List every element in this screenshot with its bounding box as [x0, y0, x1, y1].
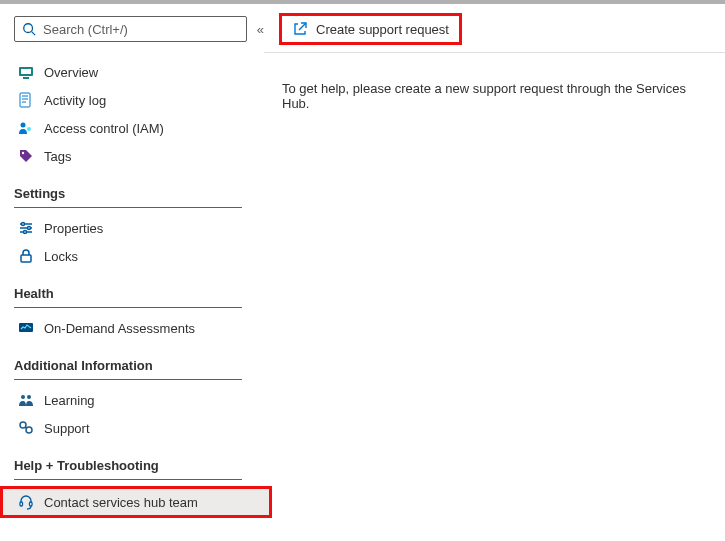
action-bar: Create support request	[264, 16, 725, 53]
overview-icon	[18, 64, 34, 80]
svg-rect-25	[20, 502, 23, 506]
search-input[interactable]	[43, 22, 240, 37]
svg-point-9	[21, 123, 26, 128]
search-icon	[21, 21, 37, 37]
nav-overview[interactable]: Overview	[14, 58, 264, 86]
action-label: Create support request	[316, 22, 449, 37]
nav-tags[interactable]: Tags	[14, 142, 264, 170]
main-layout: « Overview Activity log Access control (…	[0, 4, 725, 541]
nav-properties[interactable]: Properties	[14, 214, 264, 242]
learning-icon	[18, 392, 34, 408]
nav-label: Properties	[44, 221, 103, 236]
svg-rect-3	[21, 69, 31, 74]
nav-label: Activity log	[44, 93, 106, 108]
properties-icon	[18, 220, 34, 236]
svg-point-20	[21, 395, 25, 399]
nav-label: Locks	[44, 249, 78, 264]
svg-point-13	[22, 223, 25, 226]
nav-label: Learning	[44, 393, 95, 408]
support-icon	[18, 420, 34, 436]
assessments-icon	[18, 320, 34, 336]
svg-line-27	[299, 23, 306, 30]
svg-point-0	[24, 24, 33, 33]
section-header-settings: Settings	[14, 186, 242, 208]
nav-label: Tags	[44, 149, 71, 164]
nav-learning[interactable]: Learning	[14, 386, 264, 414]
collapse-sidebar-icon[interactable]: «	[257, 22, 264, 37]
nav-support[interactable]: Support	[14, 414, 264, 442]
sidebar: « Overview Activity log Access control (…	[0, 4, 264, 541]
svg-line-1	[32, 32, 36, 36]
section-header-health: Health	[14, 286, 242, 308]
svg-point-10	[27, 127, 31, 131]
access-control-icon	[18, 120, 34, 136]
tags-icon	[18, 148, 34, 164]
svg-rect-5	[20, 93, 30, 107]
nav-label: Overview	[44, 65, 98, 80]
nav-locks[interactable]: Locks	[14, 242, 264, 270]
svg-point-11	[22, 152, 24, 154]
nav-label: Contact services hub team	[44, 495, 198, 510]
help-text: To get help, please create a new support…	[264, 53, 725, 139]
svg-point-15	[28, 227, 31, 230]
search-box[interactable]	[14, 16, 247, 42]
section-header-help: Help + Troubleshooting	[14, 458, 242, 480]
nav-contact-services-hub-team[interactable]: Contact services hub team	[0, 486, 272, 518]
nav-access-control[interactable]: Access control (IAM)	[14, 114, 264, 142]
lock-icon	[18, 248, 34, 264]
svg-point-17	[24, 231, 27, 234]
external-link-icon	[292, 21, 308, 37]
search-row: «	[14, 16, 264, 42]
svg-rect-26	[30, 502, 33, 506]
nav-label: Access control (IAM)	[44, 121, 164, 136]
nav-on-demand-assessments[interactable]: On-Demand Assessments	[14, 314, 264, 342]
svg-rect-4	[23, 77, 29, 79]
svg-rect-18	[21, 255, 31, 262]
section-header-additional: Additional Information	[14, 358, 242, 380]
create-support-request-button[interactable]: Create support request	[282, 16, 459, 42]
svg-point-21	[27, 395, 31, 399]
activity-log-icon	[18, 92, 34, 108]
main-content: Create support request To get help, plea…	[264, 4, 725, 541]
nav-activity-log[interactable]: Activity log	[14, 86, 264, 114]
nav-label: On-Demand Assessments	[44, 321, 195, 336]
nav-label: Support	[44, 421, 90, 436]
headset-icon	[18, 494, 34, 510]
